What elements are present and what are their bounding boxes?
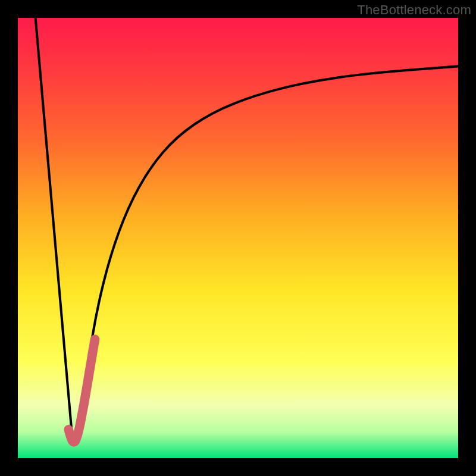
curve-layer (18, 18, 458, 458)
v-left-line (36, 18, 73, 445)
plot-area (18, 18, 458, 458)
v-right-curve (73, 66, 459, 444)
chart-frame: TheBottleneck.com (0, 0, 476, 476)
watermark-source: TheBottleneck.com (357, 2, 471, 18)
